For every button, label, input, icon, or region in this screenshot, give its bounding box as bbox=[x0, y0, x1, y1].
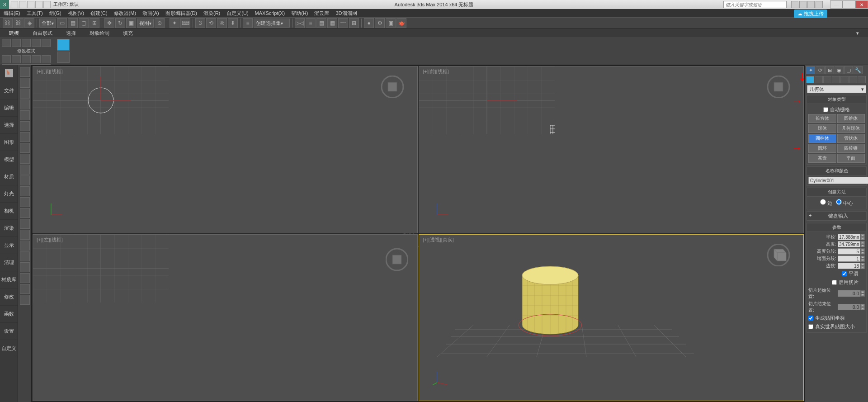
exchange-icon[interactable] bbox=[799, 1, 807, 8]
poly-sub5-icon[interactable] bbox=[42, 55, 51, 63]
lp1-cameras[interactable]: 相机 bbox=[0, 203, 18, 220]
menu-graph-editors[interactable]: 图形编辑器(D) bbox=[165, 10, 197, 17]
menu-maxscript[interactable]: MAXScript(X) bbox=[255, 10, 285, 16]
viewport-perspective[interactable]: [+][透视][真实] bbox=[419, 234, 804, 402]
shapes-category-icon[interactable] bbox=[815, 76, 823, 83]
lp1-modify[interactable]: 修改 bbox=[0, 288, 18, 306]
lp1-render[interactable]: 渲染 bbox=[0, 220, 18, 237]
lp2-grass-icon[interactable] bbox=[20, 284, 30, 294]
poly-border-icon[interactable] bbox=[22, 39, 31, 47]
layers-icon[interactable]: ▤ bbox=[316, 18, 326, 28]
poly-edge-icon[interactable] bbox=[12, 39, 21, 47]
poly-sub2-icon[interactable] bbox=[12, 55, 21, 63]
lp2-moon-icon[interactable] bbox=[20, 154, 30, 164]
cseg-down-icon[interactable]: ▾ bbox=[860, 259, 865, 262]
lp2-box-icon[interactable] bbox=[20, 78, 30, 88]
schematic-view-icon[interactable]: ⊞ bbox=[349, 18, 359, 28]
lp2-list-icon[interactable] bbox=[20, 89, 30, 99]
manipulate-icon[interactable]: ✦ bbox=[170, 18, 179, 28]
rotate-icon[interactable]: ↻ bbox=[115, 18, 125, 28]
real-world-checkbox[interactable] bbox=[808, 324, 813, 329]
lp2-folder-icon[interactable] bbox=[20, 186, 30, 196]
auto-grid-checkbox[interactable] bbox=[823, 107, 828, 112]
height-up-icon[interactable]: ▴ bbox=[860, 241, 865, 244]
lp2-disk-icon[interactable] bbox=[20, 175, 30, 185]
menu-modifiers[interactable]: 修改器(M) bbox=[114, 10, 137, 17]
maximize-button[interactable]: □ bbox=[843, 0, 855, 9]
select-name-icon[interactable]: ▤ bbox=[68, 18, 78, 28]
menu-views[interactable]: 视图(V) bbox=[68, 10, 85, 17]
rollout-keyboard-entry-header[interactable]: +键盘输入 bbox=[807, 212, 866, 221]
qat-open-icon[interactable] bbox=[19, 1, 26, 8]
display-tab-icon[interactable]: ▢ bbox=[844, 66, 853, 74]
close-button[interactable]: ✕ bbox=[855, 0, 868, 9]
menu-group[interactable]: 组(G) bbox=[49, 10, 61, 17]
viewport-front[interactable]: [+][前][线框] bbox=[419, 66, 804, 233]
viewcube-icon[interactable] bbox=[767, 76, 790, 98]
sides-up-icon[interactable]: ▴ bbox=[860, 263, 865, 266]
plane-button[interactable]: 平面 bbox=[837, 154, 865, 163]
center-radio[interactable]: 中心 bbox=[836, 199, 853, 207]
edge-radio[interactable]: 边 bbox=[820, 199, 832, 207]
lp2-sun-icon[interactable] bbox=[20, 132, 30, 142]
menu-animation[interactable]: 动画(A) bbox=[142, 10, 159, 17]
lp1-display[interactable]: 显示 bbox=[0, 237, 18, 254]
edit-named-sel-icon[interactable]: ≡ bbox=[243, 18, 253, 28]
lp1-settings[interactable]: 设置 bbox=[0, 323, 18, 340]
box-button[interactable]: 长方体 bbox=[808, 114, 836, 123]
viewport-left[interactable]: [+][左][线框] bbox=[33, 234, 418, 402]
hseg-down-icon[interactable]: ▾ bbox=[860, 251, 865, 255]
help-search-input[interactable] bbox=[723, 1, 787, 8]
poly-polygon-icon[interactable] bbox=[32, 39, 41, 47]
radius-down-icon[interactable]: ▾ bbox=[860, 237, 865, 240]
selection-filter-dropdown[interactable]: 全部 ▾ bbox=[39, 19, 56, 28]
material-editor-icon[interactable]: ● bbox=[364, 18, 374, 28]
lp2-sphere-icon[interactable] bbox=[20, 110, 30, 120]
poly-sub4-icon[interactable] bbox=[32, 55, 41, 63]
mirror-icon[interactable]: ▷◁ bbox=[295, 18, 305, 28]
object-name-input[interactable] bbox=[808, 177, 868, 184]
menu-customize[interactable]: 自定义(U) bbox=[226, 10, 248, 17]
lp1-edit[interactable]: 编辑 bbox=[0, 99, 18, 117]
ribbon-tab-populate[interactable]: 填充 bbox=[123, 30, 133, 37]
helpers-category-icon[interactable] bbox=[840, 76, 849, 83]
spinner-snap-icon[interactable]: ⬍ bbox=[228, 18, 238, 28]
tube-button[interactable]: 管状体 bbox=[837, 134, 865, 143]
cone-button[interactable]: 圆锥体 bbox=[837, 114, 865, 123]
lp2-particle-icon[interactable] bbox=[20, 251, 30, 261]
upload-button[interactable]: ☁ 拖拽上传 bbox=[794, 9, 827, 18]
pyramid-button[interactable]: 四棱锥 bbox=[837, 144, 865, 153]
lp1-matlib[interactable]: 材质库 bbox=[0, 271, 18, 288]
gen-uvs-checkbox[interactable] bbox=[808, 316, 813, 321]
ribbon-tab-modeling[interactable]: 建模 bbox=[9, 30, 19, 37]
poly-sub1-icon[interactable] bbox=[2, 55, 11, 63]
lp1-deer[interactable]: 🦌 bbox=[0, 65, 18, 82]
unlink-icon[interactable]: ⛓ bbox=[14, 18, 24, 28]
render-setup-icon[interactable]: ⚙ bbox=[375, 18, 385, 28]
lp1-materials[interactable]: 材质 bbox=[0, 168, 18, 185]
rollout-object-type-header[interactable]: 对象类型 bbox=[807, 95, 866, 104]
graphite-toggle-icon[interactable]: ▦ bbox=[327, 18, 337, 28]
lp2-teapot-icon[interactable] bbox=[20, 67, 30, 77]
lights-category-icon[interactable] bbox=[823, 76, 831, 83]
height-segs-input[interactable] bbox=[838, 248, 860, 255]
render-production-icon[interactable]: 🫖 bbox=[396, 18, 406, 28]
lp1-models[interactable]: 模型 bbox=[0, 151, 18, 168]
menu-help[interactable]: 帮助(H) bbox=[291, 10, 308, 17]
systems-category-icon[interactable] bbox=[858, 76, 866, 83]
menu-xuanyun[interactable]: 渲云库 bbox=[314, 10, 329, 17]
menu-tools[interactable]: 工具(T) bbox=[27, 10, 43, 17]
select-region-icon[interactable]: ▢ bbox=[79, 18, 89, 28]
rendered-frame-icon[interactable]: ▣ bbox=[386, 18, 396, 28]
viewcube-icon[interactable] bbox=[381, 76, 404, 98]
lp2-camera-icon[interactable] bbox=[20, 165, 30, 175]
help-icon[interactable] bbox=[807, 1, 815, 8]
hseg-up-icon[interactable]: ▴ bbox=[860, 248, 865, 251]
snap-toggle-icon[interactable]: 3 bbox=[195, 18, 205, 28]
align-icon[interactable]: ≡ bbox=[306, 18, 316, 28]
menu-rendering[interactable]: 渲染(R) bbox=[203, 10, 220, 17]
signin-icon[interactable] bbox=[791, 1, 798, 8]
lp2-light-icon[interactable] bbox=[20, 121, 30, 131]
scale-icon[interactable]: ▣ bbox=[126, 18, 136, 28]
cylinder-button[interactable]: 圆柱体 bbox=[808, 134, 836, 143]
